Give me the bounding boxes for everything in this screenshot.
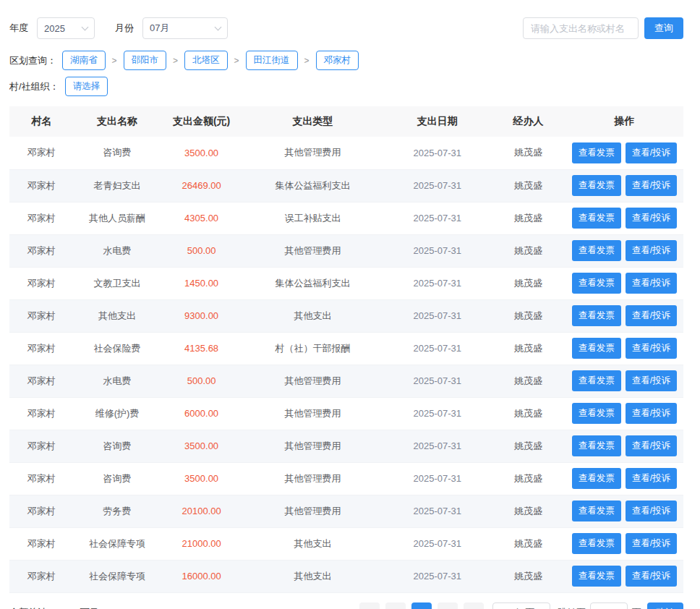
operator-cell: 姚茂盛: [491, 560, 565, 592]
amount-cell: 26469.00: [161, 169, 242, 202]
month-value: 07月: [150, 22, 169, 35]
view-complaint-button[interactable]: 查看/投诉: [626, 273, 677, 294]
view-invoice-button[interactable]: 查看发票: [572, 338, 621, 359]
org-label: 村/社组织：: [9, 80, 59, 93]
year-select[interactable]: 2025: [37, 17, 95, 39]
actions-cell: 查看发票查看/投诉: [565, 365, 683, 397]
expense-name-cell: 其他支出: [74, 299, 161, 332]
amount-cell: 4135.68: [161, 332, 242, 365]
type-cell: 村（社）干部报酬: [242, 332, 384, 365]
amount-cell: 1450.00: [161, 267, 242, 299]
district-chip-0[interactable]: 湖南省: [62, 51, 106, 70]
village-cell: 邓家村: [9, 365, 74, 397]
view-complaint-button[interactable]: 查看/投诉: [626, 305, 677, 326]
view-invoice-button[interactable]: 查看发票: [572, 273, 621, 294]
village-cell: 邓家村: [9, 267, 74, 299]
village-cell: 邓家村: [9, 234, 74, 267]
date-cell: 2025-07-31: [383, 169, 491, 202]
view-invoice-button[interactable]: 查看发票: [572, 403, 621, 424]
view-complaint-button[interactable]: 查看/投诉: [626, 142, 677, 163]
prev-page-button[interactable]: ‹: [385, 602, 406, 609]
breadcrumb-separator: >: [234, 56, 239, 66]
operator-cell: 姚茂盛: [491, 397, 565, 430]
expense-name-cell: 水电费: [74, 234, 161, 267]
jump-page-input[interactable]: [590, 602, 628, 609]
view-complaint-button[interactable]: 查看/投诉: [626, 403, 677, 424]
view-complaint-button[interactable]: 查看/投诉: [626, 240, 677, 261]
view-invoice-button[interactable]: 查看发票: [572, 468, 621, 489]
expense-name-cell: 咨询费: [74, 430, 161, 462]
type-cell: 其他管理费用: [242, 430, 384, 462]
view-complaint-button[interactable]: 查看/投诉: [626, 501, 677, 521]
view-complaint-button[interactable]: 查看/投诉: [626, 435, 677, 456]
search-input[interactable]: [523, 17, 639, 39]
first-page-button[interactable]: «: [359, 602, 380, 609]
district-chip-2[interactable]: 北塔区: [184, 51, 228, 70]
view-invoice-button[interactable]: 查看发票: [572, 240, 621, 261]
actions-cell: 查看发票查看/投诉: [565, 430, 683, 462]
expense-name-cell: 社会保障专项: [74, 527, 161, 560]
view-complaint-button[interactable]: 查看/投诉: [626, 533, 677, 554]
actions-cell: 查看发票查看/投诉: [565, 397, 683, 430]
expense-name-cell: 水电费: [74, 365, 161, 397]
type-cell: 其他支出: [242, 527, 384, 560]
district-chip-4[interactable]: 邓家村: [316, 51, 359, 70]
last-page-button[interactable]: »: [464, 602, 484, 609]
page-size-select[interactable]: 100条/页: [492, 602, 550, 609]
table-row: 邓家村咨询费3500.00其他管理费用2025-07-31姚茂盛查看发票查看/投…: [9, 462, 683, 495]
page-number-button[interactable]: 1: [411, 602, 432, 609]
table-row: 邓家村其他支出9300.00其他支出2025-07-31姚茂盛查看发票查看/投诉: [9, 299, 683, 332]
view-invoice-button[interactable]: 查看发票: [572, 370, 621, 391]
village-cell: 邓家村: [9, 527, 74, 560]
actions-cell: 查看发票查看/投诉: [565, 332, 683, 365]
view-complaint-button[interactable]: 查看/投诉: [626, 566, 677, 587]
chevron-down-icon: [82, 24, 89, 31]
view-complaint-button[interactable]: 查看/投诉: [626, 338, 677, 359]
actions-cell: 查看发票查看/投诉: [565, 462, 683, 495]
expense-name-cell: 老青妇支出: [74, 169, 161, 202]
district-query-row: 区划查询： 湖南省>邵阳市>北塔区>田江街道>邓家村: [9, 51, 683, 70]
view-complaint-button[interactable]: 查看/投诉: [626, 468, 677, 489]
type-cell: 其他支出: [242, 560, 384, 592]
header-expense-name: 支出名称: [74, 106, 161, 137]
district-chip-1[interactable]: 邵阳市: [124, 51, 167, 70]
view-invoice-button[interactable]: 查看发票: [572, 175, 621, 196]
view-invoice-button[interactable]: 查看发票: [572, 533, 621, 554]
table-row: 邓家村劳务费20100.00其他管理费用2025-07-31姚茂盛查看发票查看/…: [9, 495, 683, 527]
view-invoice-button[interactable]: 查看发票: [572, 208, 621, 229]
expense-name-cell: 其他人员薪酬: [74, 202, 161, 234]
chevron-down-icon: [215, 24, 222, 31]
table-row: 邓家村其他人员薪酬4305.00误工补贴支出2025-07-31姚茂盛查看发票查…: [9, 202, 683, 234]
view-complaint-button[interactable]: 查看/投诉: [626, 208, 677, 229]
amount-cell: 500.00: [161, 365, 242, 397]
confirm-button[interactable]: 确认: [647, 602, 683, 609]
view-invoice-button[interactable]: 查看发票: [572, 142, 621, 163]
operator-cell: 姚茂盛: [491, 462, 565, 495]
view-invoice-button[interactable]: 查看发票: [572, 305, 621, 326]
view-invoice-button[interactable]: 查看发票: [572, 435, 621, 456]
month-label: 月份: [115, 22, 134, 35]
view-complaint-button[interactable]: 查看/投诉: [626, 370, 677, 391]
village-cell: 邓家村: [9, 137, 74, 169]
expense-name-cell: 社会保障专项: [74, 560, 161, 592]
amount-cell: 3500.00: [161, 137, 242, 169]
type-cell: 其他管理费用: [242, 397, 384, 430]
view-invoice-button[interactable]: 查看发票: [572, 501, 621, 521]
view-complaint-button[interactable]: 查看/投诉: [626, 175, 677, 196]
expense-name-cell: 咨询费: [74, 137, 161, 169]
search-button[interactable]: 查询: [644, 17, 683, 39]
view-invoice-button[interactable]: 查看发票: [572, 566, 621, 587]
amount-cell: 20100.00: [161, 495, 242, 527]
type-cell: 集体公益福利支出: [242, 169, 384, 202]
district-chip-3[interactable]: 田江街道: [246, 51, 298, 70]
table-row: 邓家村老青妇支出26469.00集体公益福利支出2025-07-31姚茂盛查看发…: [9, 169, 683, 202]
operator-cell: 姚茂盛: [491, 332, 565, 365]
jump-label: 跳转至: [558, 606, 586, 609]
actions-cell: 查看发票查看/投诉: [565, 137, 683, 169]
amount-cell: 3500.00: [161, 462, 242, 495]
header-village: 村名: [9, 106, 74, 137]
org-select-button[interactable]: 请选择: [65, 77, 108, 96]
next-page-button[interactable]: ›: [438, 602, 458, 609]
table-row: 邓家村社会保障专项21000.00其他支出2025-07-31姚茂盛查看发票查看…: [9, 527, 683, 560]
month-select[interactable]: 07月: [142, 17, 228, 39]
